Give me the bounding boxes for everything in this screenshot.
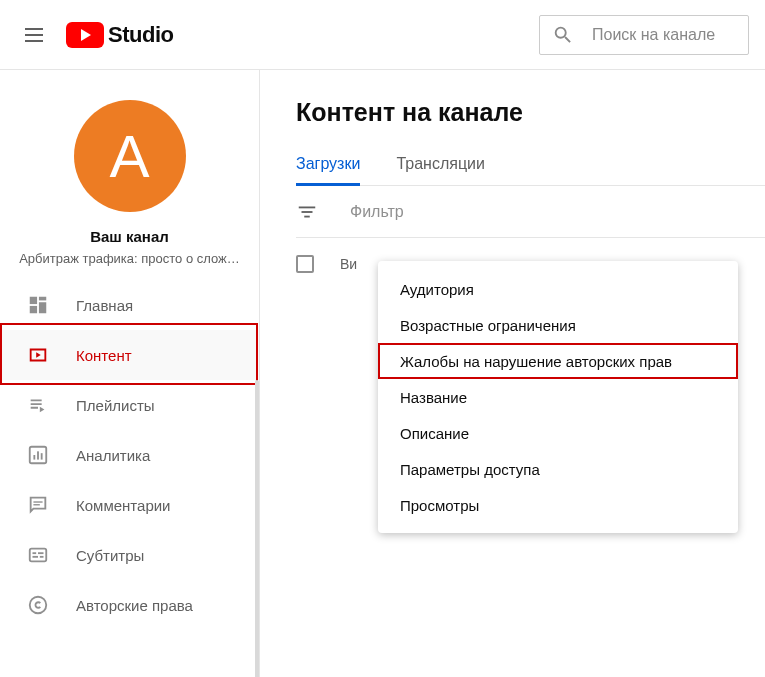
svg-point-15 [30, 597, 47, 614]
search-icon [552, 24, 574, 46]
sidebar-item-home[interactable]: Главная [0, 280, 259, 330]
page-title: Контент на канале [296, 98, 765, 127]
filter-option[interactable]: Жалобы на нарушение авторских прав [378, 343, 738, 379]
channel-avatar[interactable]: A [74, 100, 186, 212]
filter-label: Фильтр [350, 203, 404, 221]
sidebar-item-label: Авторские права [76, 597, 193, 614]
studio-logo[interactable]: Studio [66, 22, 173, 48]
sidebar-item-label: Контент [76, 347, 132, 364]
sidebar-item-copyright[interactable]: Авторские права [0, 580, 259, 630]
svg-rect-13 [33, 552, 37, 554]
svg-rect-14 [38, 552, 44, 554]
filter-option[interactable]: Аудитория [378, 271, 738, 307]
filter-icon [296, 201, 318, 223]
sidebar-item-label: Субтитры [76, 547, 144, 564]
search-input[interactable]: Поиск на канале [539, 15, 749, 55]
svg-rect-7 [41, 453, 43, 459]
svg-rect-3 [30, 306, 37, 313]
filter-option[interactable]: Описание [378, 415, 738, 451]
tab-live[interactable]: Трансляции [396, 155, 485, 185]
menu-icon[interactable] [22, 23, 46, 47]
sidebar-nav: Главная Контент Плейлисты Аналитика [0, 280, 259, 630]
app-header: Studio Поиск на канале [0, 0, 765, 70]
sidebar-item-label: Аналитика [76, 447, 150, 464]
search-placeholder: Поиск на канале [592, 26, 715, 44]
svg-rect-16 [299, 206, 316, 208]
svg-rect-2 [39, 302, 46, 313]
sidebar-item-label: Плейлисты [76, 397, 155, 414]
sidebar-item-subtitles[interactable]: Субтитры [0, 530, 259, 580]
sidebar-item-content[interactable]: Контент [0, 330, 259, 380]
svg-rect-1 [39, 297, 46, 301]
channel-heading: Ваш канал [0, 228, 259, 245]
svg-rect-12 [40, 556, 44, 558]
sidebar: A Ваш канал Арбитраж трафика: просто о с… [0, 70, 260, 677]
filter-dropdown: АудиторияВозрастные ограниченияЖалобы на… [378, 261, 738, 533]
content-icon [26, 343, 50, 367]
comments-icon [26, 493, 50, 517]
sidebar-item-comments[interactable]: Комментарии [0, 480, 259, 530]
scrollbar[interactable] [255, 380, 259, 677]
filter-option[interactable]: Название [378, 379, 738, 415]
sidebar-item-label: Комментарии [76, 497, 170, 514]
sidebar-item-analytics[interactable]: Аналитика [0, 430, 259, 480]
filter-option[interactable]: Параметры доступа [378, 451, 738, 487]
svg-rect-8 [33, 501, 42, 502]
filter-bar[interactable]: Фильтр [296, 186, 765, 238]
svg-rect-5 [33, 455, 35, 460]
analytics-icon [26, 443, 50, 467]
youtube-icon [66, 22, 104, 48]
svg-rect-18 [304, 215, 310, 217]
filter-option[interactable]: Возрастные ограничения [378, 307, 738, 343]
svg-rect-0 [30, 297, 37, 304]
sidebar-item-label: Главная [76, 297, 133, 314]
tab-uploads[interactable]: Загрузки [296, 155, 360, 185]
svg-rect-10 [30, 549, 47, 562]
avatar-letter: A [109, 122, 149, 191]
svg-rect-9 [33, 504, 39, 505]
sidebar-item-playlists[interactable]: Плейлисты [0, 380, 259, 430]
dashboard-icon [26, 293, 50, 317]
brand-text: Studio [108, 22, 173, 48]
column-video: Ви [340, 256, 357, 272]
svg-rect-11 [33, 556, 39, 558]
svg-rect-6 [37, 451, 39, 459]
subtitles-icon [26, 543, 50, 567]
tab-label: Загрузки [296, 155, 360, 172]
tabs: Загрузки Трансляции [296, 155, 765, 186]
tab-label: Трансляции [396, 155, 485, 172]
filter-option[interactable]: Просмотры [378, 487, 738, 523]
copyright-icon [26, 593, 50, 617]
select-all-checkbox[interactable] [296, 255, 314, 273]
channel-name: Арбитраж трафика: просто о слож… [0, 251, 259, 266]
svg-rect-17 [302, 211, 313, 213]
playlists-icon [26, 393, 50, 417]
